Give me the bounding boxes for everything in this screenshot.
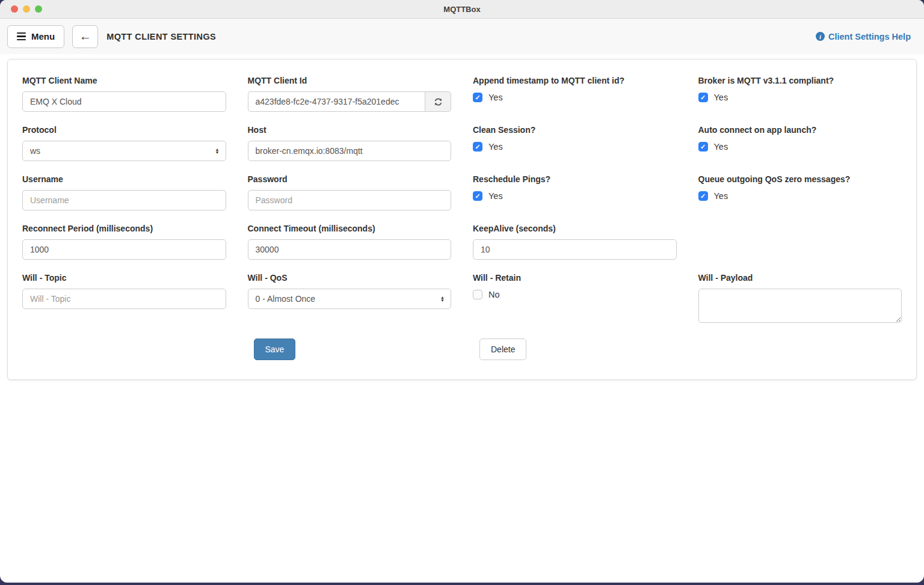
- will-topic-input[interactable]: [22, 289, 226, 309]
- protocol-selected-value: ws: [30, 146, 215, 156]
- checkbox-option-label: Yes: [488, 191, 503, 201]
- checkbox-icon[interactable]: ✓: [473, 290, 482, 299]
- keepalive-input[interactable]: [473, 239, 677, 260]
- auto-connect-label: Auto connect on app launch?: [698, 125, 902, 135]
- buttons-row-empty-cell: [698, 338, 902, 360]
- queue-qos-zero-checkbox[interactable]: ✓ Yes: [698, 191, 902, 201]
- field-will-retain: Will - Retain ✓ No: [473, 273, 677, 325]
- field-will-payload: Will - Payload: [698, 273, 902, 325]
- field-client-name: MQTT Client Name: [22, 76, 226, 112]
- field-password: Password: [248, 174, 452, 210]
- checkbox-option-label: Yes: [714, 142, 728, 152]
- checkbox-option-label: No: [488, 290, 500, 299]
- will-qos-select[interactable]: 0 - Almost Once ▲▼: [248, 289, 452, 309]
- buttons-row-empty-cell: [22, 338, 226, 360]
- clean-session-checkbox[interactable]: ✓ Yes: [473, 142, 677, 152]
- field-username: Username: [22, 174, 226, 210]
- password-label: Password: [248, 174, 452, 184]
- client-name-input[interactable]: [22, 91, 226, 112]
- field-auto-connect: Auto connect on app launch? ✓ Yes: [698, 125, 902, 161]
- will-payload-textarea[interactable]: [698, 289, 902, 323]
- delete-button[interactable]: Delete: [479, 338, 526, 360]
- will-retain-checkbox[interactable]: ✓ No: [473, 290, 677, 299]
- client-settings-card: MQTT Client Name MQTT Client Id: [7, 59, 917, 380]
- host-label: Host: [248, 125, 452, 135]
- select-arrows-icon: ▲▼: [215, 148, 220, 155]
- protocol-label: Protocol: [22, 125, 226, 135]
- checkbox-icon[interactable]: ✓: [473, 142, 482, 152]
- titlebar: MQTTBox: [0, 0, 924, 19]
- will-retain-label: Will - Retain: [473, 273, 677, 283]
- clean-session-label: Clean Session?: [473, 125, 677, 135]
- form-row-1: MQTT Client Name MQTT Client Id: [22, 76, 902, 112]
- checkbox-icon[interactable]: ✓: [473, 93, 482, 102]
- field-host: Host: [248, 125, 452, 161]
- save-button[interactable]: Save: [254, 338, 296, 360]
- field-reschedule-pings: Reschedule Pings? ✓ Yes: [473, 174, 677, 210]
- form-buttons-row: Save Delete: [22, 338, 902, 360]
- refresh-icon: [434, 97, 443, 106]
- auto-connect-checkbox[interactable]: ✓ Yes: [698, 142, 902, 152]
- back-arrow-icon: ←: [79, 29, 91, 43]
- checkbox-icon[interactable]: ✓: [698, 142, 708, 152]
- form-row-5: Will - Topic Will - QoS 0 - Almost Once …: [22, 273, 902, 325]
- reconnect-period-label: Reconnect Period (milliseconds): [22, 224, 226, 233]
- checkbox-option-label: Yes: [714, 191, 728, 201]
- field-connect-timeout: Connect Timeout (milliseconds): [248, 224, 452, 260]
- client-id-input[interactable]: [248, 91, 425, 112]
- broker-compliant-checkbox[interactable]: ✓ Yes: [698, 93, 902, 102]
- form-row-3: Username Password Reschedule Pings? ✓ Ye…: [22, 174, 902, 210]
- reschedule-pings-label: Reschedule Pings?: [473, 174, 677, 184]
- field-will-topic: Will - Topic: [22, 273, 226, 325]
- will-qos-label: Will - QoS: [248, 273, 452, 283]
- client-id-label: MQTT Client Id: [248, 76, 452, 85]
- host-input[interactable]: [248, 141, 452, 161]
- username-label: Username: [22, 174, 226, 184]
- hamburger-icon: [17, 32, 26, 41]
- field-clean-session: Clean Session? ✓ Yes: [473, 125, 677, 161]
- menu-button-label: Menu: [31, 31, 55, 41]
- field-keepalive: KeepAlive (seconds): [473, 224, 677, 260]
- form-row-2: Protocol ws ▲▼ Host Clean Session? ✓ Yes…: [22, 125, 902, 161]
- field-reconnect-period: Reconnect Period (milliseconds): [22, 224, 226, 260]
- append-timestamp-label: Append timestamp to MQTT client id?: [473, 76, 677, 85]
- back-button[interactable]: ←: [72, 25, 98, 48]
- connect-timeout-label: Connect Timeout (milliseconds): [248, 224, 452, 233]
- toolbar: Menu ← MQTT CLIENT SETTINGS i Client Set…: [0, 19, 924, 54]
- append-timestamp-checkbox[interactable]: ✓ Yes: [473, 93, 677, 102]
- menu-button[interactable]: Menu: [7, 25, 64, 48]
- window-title: MQTTBox: [0, 5, 924, 14]
- will-qos-selected-value: 0 - Almost Once: [256, 294, 441, 304]
- field-protocol: Protocol ws ▲▼: [22, 125, 226, 161]
- queue-qos-zero-label: Queue outgoing QoS zero messages?: [698, 174, 902, 184]
- password-input[interactable]: [248, 190, 452, 210]
- field-will-qos: Will - QoS 0 - Almost Once ▲▼: [248, 273, 452, 325]
- field-queue-qos-zero: Queue outgoing QoS zero messages? ✓ Yes: [698, 174, 902, 210]
- will-topic-label: Will - Topic: [22, 273, 226, 283]
- broker-compliant-label: Broker is MQTT v3.1.1 compliant?: [698, 76, 902, 85]
- field-append-timestamp: Append timestamp to MQTT client id? ✓ Ye…: [473, 76, 677, 112]
- checkbox-option-label: Yes: [714, 93, 728, 102]
- client-name-label: MQTT Client Name: [22, 76, 226, 85]
- protocol-select[interactable]: ws ▲▼: [22, 141, 226, 161]
- will-payload-label: Will - Payload: [698, 273, 902, 283]
- checkbox-option-label: Yes: [488, 142, 503, 152]
- form-row-4-empty-cell: [698, 224, 902, 260]
- select-arrows-icon: ▲▼: [440, 296, 445, 302]
- client-settings-help-link[interactable]: i Client Settings Help: [816, 32, 911, 41]
- reschedule-pings-checkbox[interactable]: ✓ Yes: [473, 191, 677, 201]
- regenerate-client-id-button[interactable]: [425, 91, 451, 112]
- checkbox-icon[interactable]: ✓: [698, 93, 708, 102]
- form-row-4: Reconnect Period (milliseconds) Connect …: [22, 224, 902, 260]
- field-client-id: MQTT Client Id: [248, 76, 452, 112]
- page-title: MQTT CLIENT SETTINGS: [106, 32, 216, 41]
- info-icon: i: [816, 32, 825, 41]
- checkbox-icon[interactable]: ✓: [473, 191, 482, 201]
- connect-timeout-input[interactable]: [248, 239, 452, 260]
- checkbox-icon[interactable]: ✓: [698, 191, 708, 201]
- field-broker-compliant: Broker is MQTT v3.1.1 compliant? ✓ Yes: [698, 76, 902, 112]
- keepalive-label: KeepAlive (seconds): [473, 224, 677, 233]
- help-link-label: Client Settings Help: [828, 32, 911, 41]
- reconnect-period-input[interactable]: [22, 239, 226, 260]
- username-input[interactable]: [22, 190, 226, 210]
